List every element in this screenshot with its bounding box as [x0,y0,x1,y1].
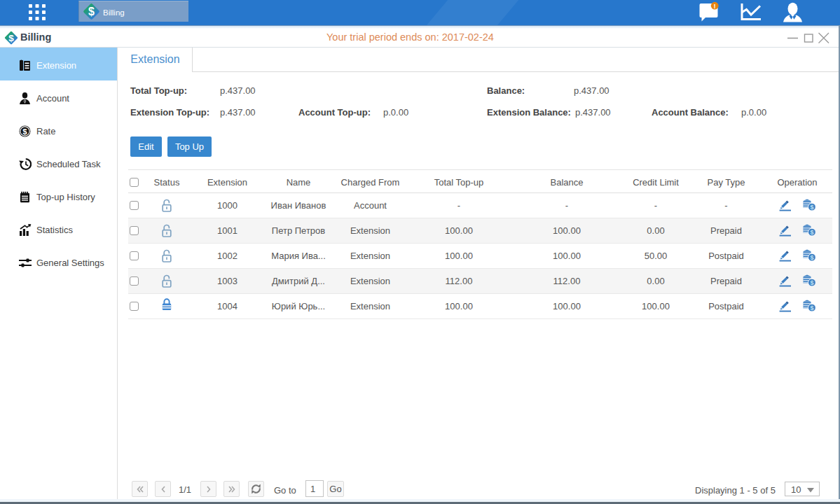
svg-text:$: $ [88,6,95,18]
svg-text:$: $ [8,33,14,43]
svg-text:!: ! [714,2,716,10]
svg-text:$: $ [22,127,27,136]
